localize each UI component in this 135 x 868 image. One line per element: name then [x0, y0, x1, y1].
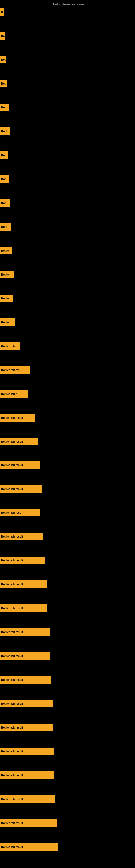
- bar-fill: Bottle: [0, 294, 13, 302]
- bar-fill: Bottle: [0, 247, 12, 254]
- bar-label: Bott: [1, 106, 6, 109]
- bar-label: Bottleneck result: [1, 654, 23, 657]
- bar-item: Bottleneck resu: [0, 509, 40, 517]
- bar-label: Bottleneck result: [1, 726, 23, 729]
- bar-item: Bottleneck: [0, 342, 20, 350]
- bar-item: Bot: [0, 56, 6, 63]
- bar-label: B: [1, 10, 3, 13]
- bar-label: Bottleneck result: [1, 750, 23, 753]
- bar-item: Bott: [0, 175, 9, 183]
- bar-label: Bottleneck result: [1, 416, 23, 420]
- bar-label: Bottl: [1, 225, 7, 228]
- bar-item: Bottleneck result: [0, 724, 53, 731]
- bar-fill: Bottleneck result: [0, 700, 53, 707]
- bar-item: Bo: [0, 32, 5, 40]
- bar-fill: Bottleneck result: [0, 581, 47, 588]
- bar-item: Bottleneck result: [0, 748, 54, 755]
- bar-label: Bottlen: [1, 273, 10, 276]
- bar-fill: Bottleneck result: [0, 461, 41, 469]
- site-title: TheBottlenecker.com: [51, 2, 84, 6]
- bar-fill: Bottleneck result: [0, 628, 50, 636]
- bar-fill: Bottl: [0, 223, 11, 230]
- bar-label: Bot: [1, 154, 6, 157]
- bar-fill: Bottleneck result: [0, 843, 58, 850]
- bar-label: Bot: [1, 58, 6, 61]
- bar-item: Bottleneck resu: [0, 366, 30, 374]
- bar-item: Bottleneck result: [0, 604, 47, 612]
- bar-fill: Bottleneck r: [0, 390, 28, 398]
- bar-fill: Bott: [0, 80, 7, 87]
- bar-item: Bottleneck result: [0, 652, 50, 660]
- bar-fill: Bottleneck result: [0, 724, 53, 731]
- bar-item: Bottleneck r: [0, 390, 28, 398]
- bar-item: Bottl: [0, 127, 10, 135]
- bar-fill: Bottleneck result: [0, 819, 57, 827]
- bar-fill: Bottleneck result: [0, 557, 45, 564]
- bar-fill: Bot: [0, 151, 8, 159]
- bar-label: Bottleneck result: [1, 631, 23, 633]
- bar-item: Bottleneck result: [0, 843, 58, 850]
- bar-label: Bottleneck result: [1, 774, 23, 777]
- bar-fill: Bottleneck result: [0, 748, 54, 755]
- bar-item: Bott: [0, 80, 7, 87]
- bar-item: Bottleneck result: [0, 485, 42, 493]
- bar-fill: Bottleneck: [0, 342, 20, 350]
- bar-label: Bottleneck result: [1, 464, 23, 467]
- bar-item: Bottle: [0, 247, 12, 254]
- bar-fill: Bot: [0, 56, 6, 63]
- bar-item: Bottl: [0, 223, 11, 230]
- bar-item: Bottlen: [0, 318, 15, 326]
- bar-fill: Bottleneck result: [0, 771, 54, 779]
- bar-item: Bottleneck result: [0, 438, 38, 445]
- bar-label: Bottl: [1, 130, 7, 133]
- bar-item: Bott: [0, 104, 9, 111]
- bar-label: Bottlen: [1, 321, 10, 324]
- bar-item: Bott: [0, 199, 10, 207]
- bar-fill: Bottleneck result: [0, 795, 55, 803]
- bar-label: Bottleneck r: [1, 393, 17, 396]
- bar-label: Bottleneck result: [1, 845, 23, 848]
- bar-fill: Bottleneck result: [0, 485, 42, 493]
- bar-label: Bottleneck: [1, 345, 15, 348]
- bar-label: Bottleneck result: [1, 583, 23, 586]
- bar-fill: Bottlen: [0, 318, 15, 326]
- bar-label: Bottleneck resu: [1, 511, 21, 514]
- bar-item: B: [0, 8, 4, 16]
- bar-fill: Bottleneck resu: [0, 366, 30, 374]
- bar-label: Bottleneck result: [1, 559, 23, 562]
- bar-fill: Bottleneck result: [0, 676, 51, 684]
- bar-fill: Bott: [0, 175, 9, 183]
- bar-label: Bottleneck result: [1, 535, 23, 538]
- bar-label: Bo: [1, 34, 5, 37]
- bar-label: Bottleneck result: [1, 607, 23, 610]
- bar-fill: Bo: [0, 32, 5, 40]
- bar-fill: Bottleneck result: [0, 652, 50, 660]
- bar-item: Bottleneck result: [0, 676, 51, 684]
- bar-label: Bottleneck result: [1, 702, 23, 705]
- bar-label: Bottleneck result: [1, 440, 23, 443]
- bar-fill: Bottleneck resu: [0, 509, 40, 517]
- bar-label: Bottle: [1, 249, 9, 252]
- bar-fill: Bottleneck result: [0, 414, 35, 422]
- bar-item: Bottleneck result: [0, 414, 35, 422]
- bar-label: Bottleneck result: [1, 822, 23, 825]
- bar-item: Bottle: [0, 294, 13, 302]
- bar-fill: Bott: [0, 199, 10, 207]
- bar-label: Bott: [1, 82, 6, 85]
- bar-item: Bot: [0, 151, 8, 159]
- bar-fill: Bottleneck result: [0, 604, 47, 612]
- bar-item: Bottleneck result: [0, 461, 41, 469]
- bar-fill: Bottlen: [0, 271, 14, 278]
- bar-item: Bottleneck result: [0, 533, 43, 540]
- bar-fill: Bottleneck result: [0, 438, 38, 445]
- bar-label: Bottleneck result: [1, 798, 23, 801]
- bar-fill: Bott: [0, 104, 9, 111]
- bar-fill: B: [0, 8, 4, 16]
- bar-label: Bott: [1, 202, 6, 205]
- bar-label: Bottleneck result: [1, 488, 23, 490]
- bar-fill: Bottl: [0, 127, 10, 135]
- bar-item: Bottleneck result: [0, 795, 55, 803]
- bar-label: Bott: [1, 178, 6, 181]
- bar-item: Bottleneck result: [0, 700, 53, 707]
- bar-label: Bottleneck resu: [1, 369, 21, 372]
